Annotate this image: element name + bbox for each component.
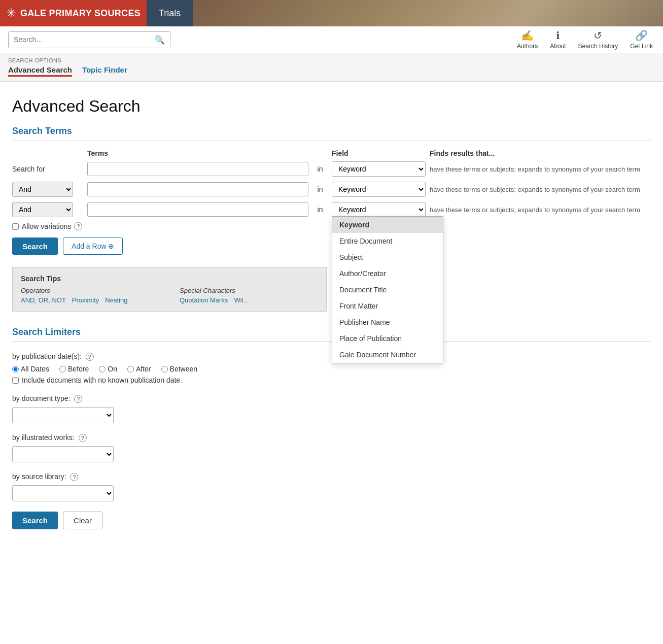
source-library-select[interactable] xyxy=(12,485,114,501)
field-select-2[interactable]: Keyword Entire Document Subject Author/C… xyxy=(332,182,426,197)
search-options-label: SEARCH OPTIONS xyxy=(8,57,655,63)
bottom-buttons: Search Clear xyxy=(12,512,651,529)
finds-text-1: have these terms or subjects; expands to… xyxy=(430,165,651,173)
global-search-input[interactable] xyxy=(9,32,150,47)
trials-section: Trials xyxy=(147,0,193,26)
dropdown-option-subject[interactable]: Subject xyxy=(332,249,443,265)
search-terms-title: Search Terms xyxy=(12,126,651,137)
col-header-terms: Terms xyxy=(87,149,308,157)
document-type-select[interactable] xyxy=(12,407,114,423)
quotation-marks-link[interactable]: Quotation Marks xyxy=(180,296,228,304)
search-term-input-2[interactable] xyxy=(87,182,308,196)
pub-date-help-icon[interactable]: ? xyxy=(86,353,94,361)
search-options-bar: SEARCH OPTIONS Advanced Search Topic Fin… xyxy=(0,53,663,82)
bottom-search-button[interactable]: Search xyxy=(12,512,58,529)
illustrated-works-group: by illustrated works: ? xyxy=(12,433,651,462)
dropdown-option-gale-document-number[interactable]: Gale Document Number xyxy=(332,347,443,363)
tab-topic-finder[interactable]: Topic Finder xyxy=(82,65,127,77)
allow-variations-checkbox[interactable] xyxy=(12,223,19,230)
field-select-3[interactable]: Keyword Entire Document Subject Author/C… xyxy=(332,202,426,217)
search-term-input-1[interactable] xyxy=(87,162,308,176)
source-library-label: by source library: ? xyxy=(12,472,651,481)
proximity-link[interactable]: Proximity xyxy=(72,296,99,304)
search-nav-row: 🔍 ✍ Authors ℹ About ↺ Search History 🔗 G… xyxy=(0,26,663,53)
field-select-1[interactable]: Keyword Entire Document Subject Author/C… xyxy=(332,161,426,177)
get-link-label: Get Link xyxy=(630,43,653,50)
search-history-icon: ↺ xyxy=(594,29,602,42)
search-for-label: Search for xyxy=(12,165,83,173)
search-tips-title: Search Tips xyxy=(21,275,318,283)
about-label: About xyxy=(550,43,566,50)
search-button[interactable]: Search xyxy=(12,238,58,255)
special-chars-label: Special Characters xyxy=(180,287,318,294)
authors-nav-button[interactable]: ✍ Authors xyxy=(511,26,544,53)
search-term-input-3[interactable] xyxy=(87,202,308,217)
wildcards-link[interactable]: Wil... xyxy=(234,296,249,304)
dropdown-option-front-matter[interactable]: Front Matter xyxy=(332,298,443,314)
bottom-clear-button[interactable]: Clear xyxy=(63,512,102,529)
operator-select-1[interactable]: And Or Not xyxy=(12,182,73,197)
no-known-date-checkbox-row: Include documents with no known publicat… xyxy=(12,376,651,384)
col-header-finds: Finds results that... xyxy=(430,149,651,157)
in-label-3: in xyxy=(312,206,328,214)
and-or-not-link[interactable]: AND, OR, NOT xyxy=(21,296,66,304)
doc-type-help-icon[interactable]: ? xyxy=(74,395,82,403)
in-label-2: in xyxy=(312,185,328,193)
source-library-group: by source library: ? xyxy=(12,472,651,501)
col-header-spacer xyxy=(12,149,83,157)
global-search-wrap: 🔍 xyxy=(8,31,170,48)
brand-logo-icon: ✳ xyxy=(6,6,16,20)
radio-on[interactable]: On xyxy=(99,365,117,373)
allow-variations-label: Allow variations xyxy=(22,222,71,230)
page-header: ✳ GALE PRIMARY SOURCES Trials xyxy=(0,0,663,26)
radio-all-dates[interactable]: All Dates xyxy=(12,365,49,373)
document-type-label: by document type: ? xyxy=(12,394,651,403)
nav-icons: ✍ Authors ℹ About ↺ Search History 🔗 Get… xyxy=(507,26,663,53)
special-chars-col: Special Characters Quotation Marks Wil..… xyxy=(180,287,318,304)
illustrated-works-select[interactable] xyxy=(12,446,114,462)
finds-text-2: have these terms or subjects; expands to… xyxy=(430,186,651,193)
radio-between[interactable]: Between xyxy=(161,365,197,373)
get-link-nav-button[interactable]: 🔗 Get Link xyxy=(624,26,659,53)
main-content: Advanced Search Search Terms Terms Field… xyxy=(0,82,663,545)
radio-before[interactable]: Before xyxy=(59,365,89,373)
illustrated-works-label: by illustrated works: ? xyxy=(12,433,651,442)
date-radio-group: All Dates Before On After Between xyxy=(12,365,651,373)
dropdown-option-entire-document[interactable]: Entire Document xyxy=(332,233,443,249)
field-dropdown-open: Keyword Entire Document Subject Author/C… xyxy=(332,216,443,363)
no-known-date-label: Include documents with no known publicat… xyxy=(22,376,182,384)
search-section: 🔍 xyxy=(0,27,179,52)
allow-variations-help-icon[interactable]: ? xyxy=(74,222,82,230)
document-type-group: by document type: ? xyxy=(12,394,651,423)
nesting-link[interactable]: Nesting xyxy=(105,296,127,304)
brand-section: ✳ GALE PRIMARY SOURCES xyxy=(0,0,147,26)
dropdown-option-keyword[interactable]: Keyword xyxy=(332,217,443,233)
page-title: Advanced Search xyxy=(12,97,651,116)
col-header-field: Field xyxy=(332,149,426,157)
brand-name: GALE PRIMARY SOURCES xyxy=(20,8,141,19)
illustrated-help-icon[interactable]: ? xyxy=(79,434,87,442)
operator-select-2[interactable]: And Or Not xyxy=(12,202,73,217)
about-nav-button[interactable]: ℹ About xyxy=(544,26,572,53)
search-history-label: Search History xyxy=(578,43,618,50)
finds-text-3: have these terms or subjects; expands to… xyxy=(430,206,651,214)
source-library-help-icon[interactable]: ? xyxy=(70,473,78,481)
dropdown-option-document-title[interactable]: Document Title xyxy=(332,282,443,298)
global-search-button[interactable]: 🔍 xyxy=(150,32,170,48)
dropdown-option-publisher-name[interactable]: Publisher Name xyxy=(332,314,443,330)
no-known-date-checkbox[interactable] xyxy=(12,377,19,384)
tips-columns: Operators AND, OR, NOT Proximity Nesting… xyxy=(21,287,318,304)
authors-label: Authors xyxy=(517,43,538,50)
operators-col: Operators AND, OR, NOT Proximity Nesting xyxy=(21,287,159,304)
search-tips: Search Tips Operators AND, OR, NOT Proxi… xyxy=(12,267,327,312)
special-chars-links: Quotation Marks Wil... xyxy=(180,296,318,304)
search-history-nav-button[interactable]: ↺ Search History xyxy=(572,26,624,53)
about-icon: ℹ xyxy=(556,29,560,42)
get-link-icon: 🔗 xyxy=(635,29,648,42)
header-banner xyxy=(193,0,663,26)
radio-after[interactable]: After xyxy=(127,365,151,373)
dropdown-option-author-creator[interactable]: Author/Creator xyxy=(332,265,443,282)
add-row-button[interactable]: Add a Row ⊕ xyxy=(63,238,123,255)
dropdown-option-place-of-publication[interactable]: Place of Publication xyxy=(332,330,443,347)
tab-advanced-search[interactable]: Advanced Search xyxy=(8,65,72,77)
